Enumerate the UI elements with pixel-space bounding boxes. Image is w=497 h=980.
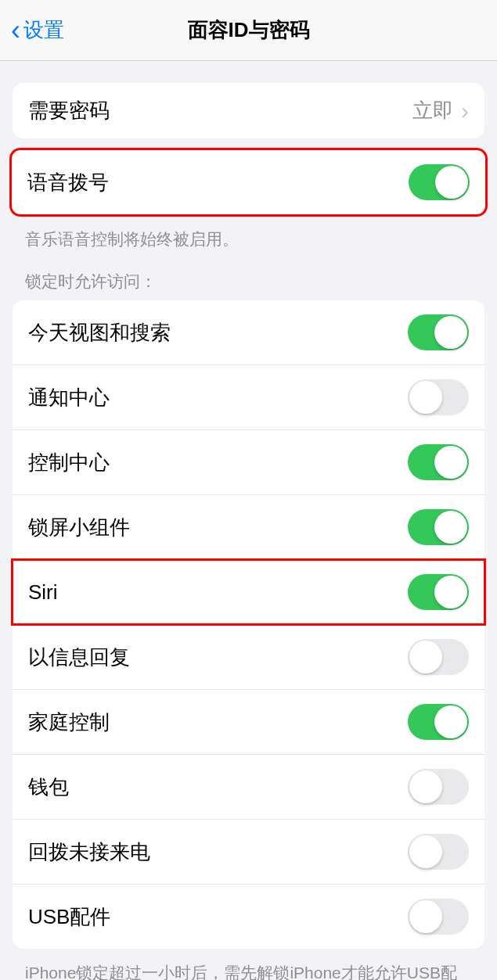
row-label: 语音拨号 — [27, 169, 109, 196]
back-label: 设置 — [23, 16, 64, 44]
toggle-knob — [409, 835, 442, 868]
row-value: 立即 — [412, 97, 453, 124]
home-control-toggle[interactable] — [408, 704, 469, 740]
require-passcode-row[interactable]: 需要密码 立即 › — [13, 83, 484, 138]
voice-dial-group: 语音拨号 — [9, 148, 488, 217]
toggle-knob — [435, 166, 468, 199]
lock-access-group: 今天视图和搜索 通知中心 控制中心 锁屏小组件 Siri — [13, 300, 484, 949]
row-label: 今天视图和搜索 — [28, 319, 171, 346]
toggle-knob — [434, 511, 467, 544]
row-label: Siri — [28, 580, 58, 605]
voice-dial-row: 语音拨号 — [12, 150, 485, 214]
lock-widget-toggle[interactable] — [408, 509, 469, 545]
toggle-knob — [434, 576, 467, 608]
row-label: 家庭控制 — [28, 709, 110, 736]
siri-toggle[interactable] — [408, 574, 469, 610]
return-missed-calls-row: 回拨未接来电 — [13, 820, 484, 885]
notification-center-row: 通知中心 — [13, 365, 484, 430]
control-center-toggle[interactable] — [408, 444, 469, 480]
row-label: 控制中心 — [28, 449, 110, 476]
toggle-knob — [409, 641, 442, 673]
back-button[interactable]: ‹ 设置 — [0, 16, 75, 45]
control-center-row: 控制中心 — [13, 430, 484, 495]
usb-accessories-row: USB配件 — [13, 885, 484, 949]
page-title: 面容ID与密码 — [188, 16, 310, 44]
lock-access-header: 锁定时允许访问： — [0, 250, 497, 297]
toggle-knob — [409, 770, 442, 803]
voice-dial-footer: 音乐语音控制将始终被启用。 — [0, 221, 497, 250]
row-label: 通知中心 — [28, 384, 110, 411]
row-label: 需要密码 — [28, 97, 110, 124]
toggle-knob — [409, 900, 442, 933]
wallet-row: 钱包 — [13, 755, 484, 820]
lock-widget-row: 锁屏小组件 — [13, 495, 484, 560]
nav-bar: ‹ 设置 面容ID与密码 — [0, 0, 497, 61]
siri-row: Siri — [13, 560, 484, 625]
row-right: 立即 › — [412, 97, 469, 124]
usb-footer: iPhone锁定超过一小时后，需先解锁iPhone才能允许USB配件连接。 — [0, 955, 497, 980]
row-label: 回拨未接来电 — [28, 838, 150, 866]
chevron-left-icon: ‹ — [11, 16, 20, 45]
today-view-row: 今天视图和搜索 — [13, 300, 484, 365]
wallet-toggle[interactable] — [408, 769, 469, 805]
reply-with-message-row: 以信息回复 — [13, 625, 484, 690]
row-label: 钱包 — [28, 774, 69, 801]
voice-dial-toggle[interactable] — [409, 164, 470, 200]
return-missed-calls-toggle[interactable] — [408, 834, 469, 870]
toggle-knob — [434, 446, 467, 479]
toggle-knob — [434, 316, 467, 349]
usb-accessories-toggle[interactable] — [408, 899, 469, 935]
row-label: USB配件 — [28, 903, 110, 931]
today-view-toggle[interactable] — [408, 314, 469, 350]
home-control-row: 家庭控制 — [13, 690, 484, 755]
passcode-group: 需要密码 立即 › — [13, 83, 484, 138]
chevron-right-icon: › — [461, 98, 469, 124]
toggle-knob — [409, 381, 442, 414]
toggle-knob — [434, 705, 467, 738]
row-label: 以信息回复 — [28, 644, 130, 671]
reply-with-message-toggle[interactable] — [408, 639, 469, 675]
notification-center-toggle[interactable] — [408, 379, 469, 415]
row-label: 锁屏小组件 — [28, 514, 130, 541]
